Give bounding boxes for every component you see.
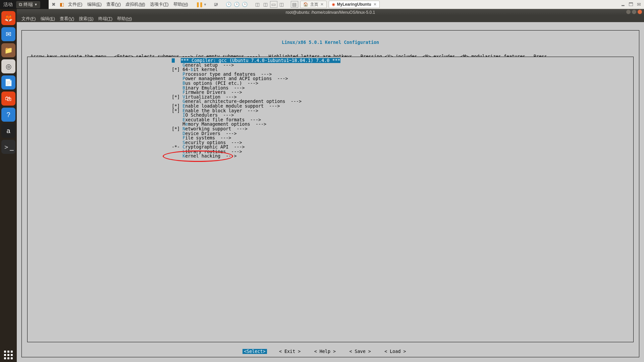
pause-icon[interactable]: ❚❚ xyxy=(196,1,203,8)
menuconfig-item[interactable]: Processor type and features ---> xyxy=(28,72,633,77)
vm-menu-vm[interactable]: 虚拟机(M) xyxy=(123,1,147,8)
menuconfig-item-label: ernel hacking ---> xyxy=(185,154,236,159)
activities-label[interactable]: 活动 xyxy=(3,2,13,8)
menuconfig-item[interactable]: Device Drivers ---> xyxy=(28,131,633,136)
close-window-icon[interactable]: ✉ xyxy=(635,1,643,8)
current-app-indicator[interactable]: ⧉ 终端 ▼ xyxy=(16,1,40,8)
term-menu-edit[interactable]: 编辑(E) xyxy=(39,16,57,22)
launcher-mail[interactable]: ✉ xyxy=(1,27,15,41)
current-app-label: 终端 xyxy=(23,2,33,8)
menuconfig-title: Linux/x86 5.0.1 Kernel Configuration xyxy=(22,40,639,45)
launcher-writer[interactable]: 📄 xyxy=(1,75,15,89)
terminal-menubar: 文件(F) 编辑(E) 查看(V) 搜索(S) 终端(T) 帮助(H) xyxy=(17,15,644,22)
launcher-files[interactable]: 📁 xyxy=(1,43,15,57)
menuconfig-item[interactable]: IO Schedulers ---> xyxy=(28,113,633,118)
menuconfig-frame: Linux/x86 5.0.1 Kernel Configuration Arr… xyxy=(21,30,639,357)
menuconfig-item[interactable]: Firmware Drivers ---> xyxy=(28,90,633,95)
menuconfig-item[interactable]: Executable file formats ---> xyxy=(28,118,633,122)
launcher-software[interactable]: 🛍 xyxy=(1,92,15,106)
launcher-help[interactable]: ? xyxy=(1,108,15,122)
unity-icon[interactable]: ◫ xyxy=(278,1,285,8)
maximize-icon[interactable]: 🗖 xyxy=(627,1,635,8)
pin-icon[interactable]: ✖ xyxy=(50,1,57,8)
chevron-down-icon[interactable]: ▼ xyxy=(204,3,207,6)
menuconfig-buttons: <Select> < Exit > < Help > < Save > < Lo… xyxy=(22,349,639,354)
close-icon[interactable]: ✕ xyxy=(320,2,324,7)
menuconfig-item[interactable]: *** Compiler: gcc (Ubuntu 7.4.0-1ubuntu1… xyxy=(28,58,633,63)
menuconfig-item[interactable]: [*] Networking support ---> xyxy=(28,127,633,131)
vm-logo-icon[interactable]: ◧ xyxy=(58,1,65,8)
launcher-rhythmbox[interactable]: ◎ xyxy=(1,59,15,73)
vm-menu-file[interactable]: 文件(F) xyxy=(66,1,85,8)
window-maximize-icon[interactable] xyxy=(632,10,636,14)
menuconfig-button[interactable]: < Load > xyxy=(383,349,408,354)
vm-tab-label: 主页 xyxy=(310,2,318,7)
terminal-icon: ⧉ xyxy=(19,2,22,7)
launcher-terminal[interactable]: ＞_ xyxy=(1,140,15,154)
apps-grid-icon xyxy=(4,351,13,359)
term-menu-view[interactable]: 查看(V) xyxy=(58,16,76,22)
close-icon[interactable]: ✕ xyxy=(373,2,377,7)
menuconfig-button[interactable]: <Select> xyxy=(243,349,267,354)
terminal-window: root@ubuntu: /home/colinvan/MenuOS/linux… xyxy=(17,9,644,362)
vm-tab-guest[interactable]: ◉ MyLearingUbuntu ✕ xyxy=(329,1,380,8)
clock2-icon[interactable]: 🕑 xyxy=(233,1,240,8)
vm-menu-view[interactable]: 查看(V) xyxy=(104,1,123,8)
menuconfig-item[interactable]: General setup ---> xyxy=(28,63,633,68)
ubuntu-icon: ◉ xyxy=(332,2,335,7)
library-icon[interactable]: ▤ xyxy=(291,1,298,8)
term-menu-terminal[interactable]: 终端(T) xyxy=(96,16,115,22)
menuconfig-item[interactable]: Bus options (PCI etc.) ---> xyxy=(28,81,633,86)
menuconfig-item[interactable]: -*- Cryptographic API ---> xyxy=(28,145,633,149)
cursor-icon xyxy=(172,58,175,63)
launcher-firefox[interactable]: 🦊 xyxy=(1,11,15,25)
menuconfig-item[interactable]: Memory Management options ---> xyxy=(28,122,633,127)
term-menu-file[interactable]: 文件(F) xyxy=(19,16,38,22)
split2-icon[interactable]: ◫ xyxy=(262,1,269,8)
menuconfig-button[interactable]: < Exit > xyxy=(278,349,302,354)
menuconfig-item-mark xyxy=(172,154,182,159)
menuconfig-item[interactable]: General architecture-dependent options -… xyxy=(28,99,633,104)
vm-menu-edit[interactable]: 编辑(E) xyxy=(85,1,104,8)
gnome-left: 活动 ⧉ 终端 ▼ xyxy=(3,1,40,8)
minimize-icon[interactable]: 🗕 xyxy=(619,1,627,8)
menuconfig-item[interactable]: Library routines ---> xyxy=(28,149,633,154)
menuconfig-item[interactable]: Power management and ACPI options ---> xyxy=(28,76,633,81)
menuconfig-button[interactable]: < Help > xyxy=(313,349,337,354)
window-close-icon[interactable] xyxy=(638,10,642,14)
menuconfig-item[interactable]: Kernel hacking ---> xyxy=(28,154,633,159)
vm-menu-tabs[interactable]: 选项卡(T) xyxy=(148,1,171,8)
clock1-icon[interactable]: 🕑 xyxy=(225,1,232,8)
vm-tab-home[interactable]: 🏠 主页 ✕ xyxy=(300,1,327,8)
vm-tab-label: MyLearingUbuntu xyxy=(337,2,371,7)
launcher-amazon[interactable]: a xyxy=(1,124,15,138)
menuconfig-item[interactable]: [*] 64-bit kernel xyxy=(28,67,633,72)
term-menu-search[interactable]: 搜索(S) xyxy=(77,16,95,22)
vm-host-menubar: ✖ ◧ 文件(F) 编辑(E) 查看(V) 虚拟机(M) 选项卡(T) 帮助(H… xyxy=(49,0,644,9)
terminal-titlebar: root@ubuntu: /home/colinvan/MenuOS/linux… xyxy=(17,9,644,15)
menuconfig-item[interactable]: [*] Virtualization ---> xyxy=(28,95,633,100)
window-minimize-icon[interactable] xyxy=(626,10,631,14)
split1-icon[interactable]: ◫ xyxy=(254,1,261,8)
home-icon: 🏠 xyxy=(303,2,308,7)
menuconfig-item[interactable]: File systems ---> xyxy=(28,136,633,140)
snapshot-icon[interactable]: 🖳 xyxy=(212,1,220,8)
launcher-apps[interactable] xyxy=(1,348,15,362)
vm-menu-help[interactable]: 帮助(H) xyxy=(171,1,190,8)
terminal-body[interactable]: .config - Linux/x86 5.0.1 Kernel Configu… xyxy=(17,22,644,362)
unity-launcher: 🦊 ✉ 📁 ◎ 📄 🛍 ? a ＞_ xyxy=(0,9,17,362)
term-menu-help[interactable]: 帮助(H) xyxy=(115,16,134,22)
menuconfig-item[interactable]: Security options ---> xyxy=(28,140,633,145)
chevron-down-icon: ▼ xyxy=(34,3,38,6)
terminal-title: root@ubuntu: /home/colinvan/MenuOS/linux… xyxy=(286,10,375,15)
menuconfig-item[interactable]: Binary Emulations ---> xyxy=(28,86,633,90)
menuconfig-item[interactable]: [*] Enable the block layer ---> xyxy=(28,109,633,113)
fullscreen-icon[interactable]: ▭ xyxy=(270,1,277,8)
menuconfig-button[interactable]: < Save > xyxy=(348,349,372,354)
clock3-icon[interactable]: 🕑 xyxy=(241,1,249,8)
menuconfig-list[interactable]: *** Compiler: gcc (Ubuntu 7.4.0-1ubuntu1… xyxy=(27,57,634,342)
menuconfig-item[interactable]: [*] Enable loadable module support ---> xyxy=(28,104,633,109)
